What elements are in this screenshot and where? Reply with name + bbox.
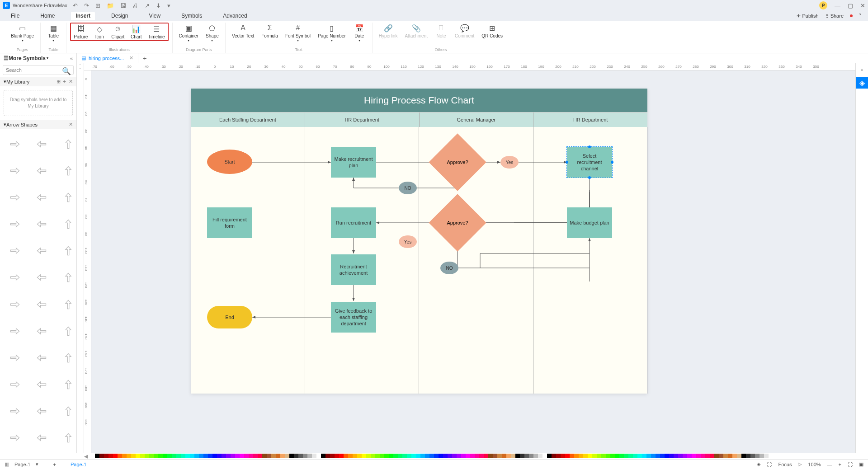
color-swatch[interactable] [118, 454, 122, 458]
color-swatch[interactable] [511, 454, 515, 458]
menu-home[interactable]: Home [36, 12, 59, 20]
color-swatch[interactable] [384, 454, 389, 458]
layers-icon[interactable]: ◈ [757, 461, 760, 467]
menu-insert[interactable]: Insert [71, 12, 95, 20]
icon-button[interactable]: ◇Icon [90, 23, 108, 40]
color-swatch[interactable] [307, 454, 312, 458]
color-swatch[interactable] [624, 454, 628, 458]
color-swatch[interactable] [289, 454, 294, 458]
color-swatch[interactable] [579, 454, 583, 458]
arrow-shape-item[interactable] [2, 158, 28, 183]
color-swatch[interactable] [127, 454, 131, 458]
fullscreen-icon[interactable]: ▣ [859, 461, 863, 467]
color-swatch[interactable] [533, 454, 538, 458]
scroll-up-icon[interactable]: ˄ [79, 63, 81, 68]
focus-icon[interactable]: ⛶ [767, 462, 772, 467]
color-swatch[interactable] [705, 454, 710, 458]
color-swatch[interactable] [642, 454, 646, 458]
avatar[interactable]: P [819, 1, 827, 9]
color-swatch[interactable] [443, 454, 448, 458]
color-swatch[interactable] [181, 454, 185, 458]
save-icon[interactable]: 🖫 [120, 2, 126, 9]
lane-header-2[interactable]: General Manager [420, 113, 534, 127]
color-swatch[interactable] [249, 454, 253, 458]
page-tab[interactable]: Page-1 [71, 462, 86, 467]
color-swatch[interactable] [561, 454, 565, 458]
container-button[interactable]: ▣Container▾ [176, 23, 201, 43]
arrow-shape-item[interactable] [55, 372, 76, 398]
color-swatch[interactable] [398, 454, 402, 458]
color-swatch[interactable] [637, 454, 642, 458]
sel-handle-s[interactable] [588, 176, 591, 179]
color-swatch[interactable] [429, 454, 434, 458]
node-no-2[interactable]: NO [440, 262, 458, 274]
color-swatch[interactable] [357, 454, 362, 458]
color-swatch[interactable] [326, 454, 330, 458]
notification-dot-icon[interactable] [850, 14, 853, 17]
color-bar-left-icon[interactable]: ◂ [84, 453, 88, 459]
color-swatch[interactable] [687, 454, 692, 458]
search-icon[interactable]: 🔍 [62, 67, 71, 75]
picture-button[interactable]: 🖼Picture [71, 23, 90, 40]
color-swatch[interactable] [212, 454, 217, 458]
menu-symbols[interactable]: Symbols [177, 12, 207, 20]
arrow-shape-item[interactable] [28, 158, 54, 183]
arrow-shape-item[interactable] [28, 345, 54, 371]
table-button[interactable]: ▦Table▾ [44, 23, 62, 43]
color-swatch[interactable] [294, 454, 298, 458]
color-swatch[interactable] [271, 454, 276, 458]
lane-header-3[interactable]: HR Department [533, 113, 647, 127]
color-swatch[interactable] [570, 454, 574, 458]
arrow-shape-item[interactable] [55, 345, 76, 371]
node-yes-1[interactable]: Yes [500, 156, 519, 169]
color-swatch[interactable] [339, 454, 344, 458]
page[interactable]: Hiring Process Flow Chart Each Staffing … [191, 89, 647, 394]
color-swatch[interactable] [479, 454, 484, 458]
color-swatch[interactable] [158, 454, 163, 458]
color-swatch[interactable] [692, 454, 696, 458]
color-swatch[interactable] [108, 454, 113, 458]
arrow-shape-item[interactable] [2, 184, 28, 210]
my-library-header[interactable]: ▾ My Library ⊞ + ✕ [0, 77, 76, 86]
color-swatch[interactable] [285, 454, 289, 458]
color-swatch[interactable] [633, 454, 637, 458]
color-swatch[interactable] [280, 454, 285, 458]
color-swatch[interactable] [524, 454, 529, 458]
color-swatch[interactable] [298, 454, 303, 458]
play-icon[interactable]: ▷ [798, 461, 802, 467]
color-swatch[interactable] [588, 454, 592, 458]
color-swatch[interactable] [362, 454, 366, 458]
sel-handle-w[interactable] [566, 161, 568, 164]
arrow-shapes-header[interactable]: ▾ Arrow Shapes ✕ [0, 120, 76, 129]
format-panel-tab[interactable]: ◈ [856, 77, 868, 89]
page-dropdown-icon[interactable]: ▾ [36, 461, 38, 467]
sel-handle-e[interactable] [611, 161, 613, 164]
open-icon[interactable]: 📁 [107, 2, 114, 9]
color-swatch[interactable] [529, 454, 533, 458]
lib-grid-icon[interactable]: ⊞ [57, 79, 61, 84]
color-swatch[interactable] [597, 454, 601, 458]
color-swatch[interactable] [366, 454, 371, 458]
color-swatch[interactable] [420, 454, 425, 458]
arrow-shape-item[interactable] [28, 291, 54, 317]
color-swatch[interactable] [145, 454, 149, 458]
color-swatch[interactable] [267, 454, 271, 458]
color-swatch[interactable] [764, 454, 769, 458]
menu-view[interactable]: View [144, 12, 165, 20]
arrow-shape-item[interactable] [28, 399, 54, 424]
color-swatch[interactable] [755, 454, 760, 458]
color-swatch[interactable] [439, 454, 443, 458]
color-swatch[interactable] [217, 454, 222, 458]
color-swatch[interactable] [497, 454, 502, 458]
menu-file[interactable]: File [6, 12, 24, 20]
redo-icon[interactable]: ↷ [84, 2, 89, 9]
color-swatch[interactable] [547, 454, 552, 458]
color-swatch[interactable] [506, 454, 511, 458]
color-swatch[interactable] [651, 454, 656, 458]
color-swatch[interactable] [199, 454, 203, 458]
color-swatch[interactable] [750, 454, 755, 458]
sidebar-title[interactable]: More Symbols [9, 55, 46, 61]
arrow-shape-item[interactable] [55, 184, 76, 210]
color-swatch[interactable] [140, 454, 145, 458]
color-swatch[interactable] [760, 454, 764, 458]
